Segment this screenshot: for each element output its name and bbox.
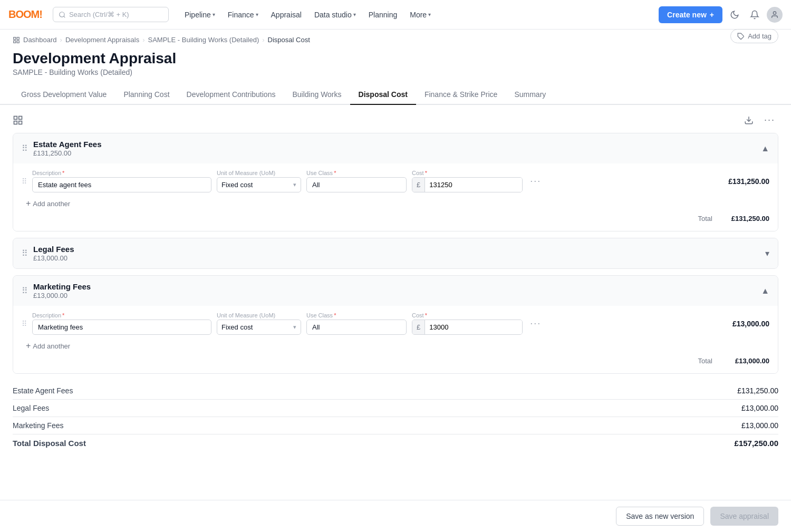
section-legal-fees-header[interactable]: ⠿ Legal Fees £13,000.00 ▾	[13, 238, 778, 268]
description-input[interactable]	[32, 177, 211, 192]
nav-appraisal[interactable]: Appraisal	[266, 7, 307, 22]
section-subtotal: £13,000.00	[33, 254, 765, 262]
moon-icon	[730, 10, 739, 20]
plus-icon: +	[26, 341, 31, 351]
summary-value: £13,000.00	[741, 421, 778, 430]
description-label: Description *	[32, 170, 211, 176]
grid-layout-icon	[13, 115, 23, 125]
page-title: Development Appraisal	[13, 50, 778, 67]
tab-development-contributions[interactable]: Development Contributions	[178, 85, 284, 105]
breadcrumb-dashboard[interactable]: Dashboard	[23, 36, 57, 44]
svg-rect-8	[19, 116, 22, 119]
required-marker: *	[334, 170, 336, 176]
cost-label: Cost *	[412, 312, 523, 318]
use-class-label: Use Class *	[306, 312, 407, 318]
breadcrumb-current: Disposal Cost	[268, 36, 310, 44]
avatar[interactable]	[767, 7, 783, 23]
breadcrumb-separator: ›	[60, 36, 62, 44]
cost-field-group: Cost * £	[412, 312, 523, 335]
breadcrumb-development-appraisals[interactable]: Development Appraisals	[65, 36, 139, 44]
row-more-options-button[interactable]: ···	[528, 316, 543, 331]
tab-summary[interactable]: Summary	[506, 85, 554, 105]
use-class-field-group: Use Class *	[306, 170, 407, 192]
add-another-button[interactable]: + Add another	[22, 197, 74, 210]
svg-point-0	[60, 12, 64, 16]
page-header: Add tag Development Appraisal SAMPLE - B…	[0, 46, 791, 85]
cost-input[interactable]	[425, 320, 522, 334]
svg-point-1	[773, 12, 776, 14]
section-row-total: Total £13,000.00	[22, 353, 769, 367]
use-class-input[interactable]	[306, 320, 407, 335]
tab-disposal-cost[interactable]: Disposal Cost	[350, 85, 416, 105]
section-subtotal: £131,250.00	[33, 149, 761, 157]
nav-pipeline[interactable]: Pipeline ▾	[179, 7, 220, 22]
theme-toggle-button[interactable]	[727, 7, 742, 23]
chevron-down-icon: ▾	[293, 324, 296, 331]
chevron-down-icon: ▾	[353, 12, 356, 17]
uom-select[interactable]: Fixed cost ▾	[217, 177, 301, 192]
logo-exclamation: !	[39, 8, 42, 20]
add-tag-button[interactable]: Add tag	[730, 29, 778, 43]
section-subtotal: £13,000.00	[33, 292, 761, 299]
drag-handle-icon[interactable]: ⠿	[22, 143, 28, 153]
uom-label: Unit of Measure (UoM)	[217, 170, 301, 176]
section-estate-agent-fees-header[interactable]: ⠿ Estate Agent Fees £131,250.00 ▲	[13, 133, 778, 163]
section-legal-fees: ⠿ Legal Fees £13,000.00 ▾	[13, 238, 778, 269]
row-drag-handle-icon[interactable]: ⠿	[22, 177, 27, 186]
summary-total-label: Total Disposal Cost	[13, 439, 86, 448]
more-options-button[interactable]: ···	[761, 111, 778, 129]
drag-handle-icon[interactable]: ⠿	[22, 286, 28, 296]
uom-field-group: Unit of Measure (UoM) Fixed cost ▾	[217, 312, 301, 335]
breadcrumb-sample-building-works[interactable]: SAMPLE - Building Works (Detailed)	[148, 36, 259, 44]
grid-view-toggle[interactable]	[13, 115, 23, 125]
use-class-input[interactable]	[306, 177, 407, 192]
summary-table: Estate Agent Fees £131,250.00 Legal Fees…	[13, 382, 778, 452]
summary-row: Marketing Fees £13,000.00	[13, 417, 778, 434]
tab-building-works[interactable]: Building Works	[284, 85, 350, 105]
cost-label: Cost *	[412, 170, 523, 176]
nav-data-studio[interactable]: Data studio ▾	[309, 7, 361, 22]
row-more-options-button[interactable]: ···	[528, 173, 543, 189]
uom-label: Unit of Measure (UoM)	[217, 312, 301, 318]
summary-total-value: £157,250.00	[735, 439, 778, 448]
drag-handle-icon[interactable]: ⠿	[22, 248, 28, 258]
row-drag-handle-icon[interactable]: ⠿	[22, 320, 27, 328]
toolbar-right: ···	[741, 111, 778, 129]
required-marker: *	[62, 312, 64, 318]
required-marker: *	[334, 312, 336, 318]
chevron-down-icon: ▾	[256, 12, 258, 17]
nav-planning[interactable]: Planning	[363, 7, 403, 22]
description-input[interactable]	[32, 320, 211, 335]
nav-finance[interactable]: Finance ▾	[223, 7, 264, 22]
cost-input[interactable]	[425, 178, 522, 192]
section-name: Marketing Fees	[33, 282, 761, 291]
svg-rect-9	[14, 121, 17, 124]
download-button[interactable]	[741, 112, 757, 128]
uom-select[interactable]: Fixed cost ▾	[217, 320, 301, 335]
user-icon	[770, 11, 779, 19]
summary-total-row: Total Disposal Cost £157,250.00	[13, 434, 778, 452]
cost-field-group: Cost * £	[412, 170, 523, 192]
main-content: ⠿ Estate Agent Fees £131,250.00 ▲ ⠿ Desc…	[0, 133, 791, 494]
search-placeholder: Search (Ctrl/⌘ + K)	[69, 11, 129, 18]
svg-rect-4	[14, 41, 16, 43]
breadcrumb: Dashboard › Development Appraisals › SAM…	[0, 30, 791, 46]
logo-text: BOOM	[8, 8, 39, 20]
summary-row: Estate Agent Fees £131,250.00	[13, 382, 778, 399]
section-title-block: Estate Agent Fees £131,250.00	[33, 140, 761, 157]
tab-gross-development-value[interactable]: Gross Development Value	[13, 85, 115, 105]
chevron-down-icon: ▾	[765, 248, 769, 258]
section-estate-agent-fees-body: ⠿ Description * Unit of Measure (UoM) Fi…	[13, 163, 778, 231]
section-title-block: Legal Fees £13,000.00	[33, 245, 765, 262]
search-box[interactable]: Search (Ctrl/⌘ + K)	[53, 7, 169, 22]
nav-more[interactable]: More ▾	[404, 7, 436, 22]
tab-planning-cost[interactable]: Planning Cost	[115, 85, 178, 105]
grid-icon	[13, 36, 20, 44]
section-marketing-fees-header[interactable]: ⠿ Marketing Fees £13,000.00 ▲	[13, 276, 778, 306]
add-another-button[interactable]: + Add another	[22, 339, 74, 353]
tab-finance-strike-price[interactable]: Finance & Strike Price	[416, 85, 506, 105]
row-amount: £131,250.00	[717, 177, 769, 186]
create-new-button[interactable]: Create new +	[659, 6, 722, 23]
summary-value: £13,000.00	[741, 404, 778, 412]
notifications-button[interactable]	[747, 7, 763, 23]
